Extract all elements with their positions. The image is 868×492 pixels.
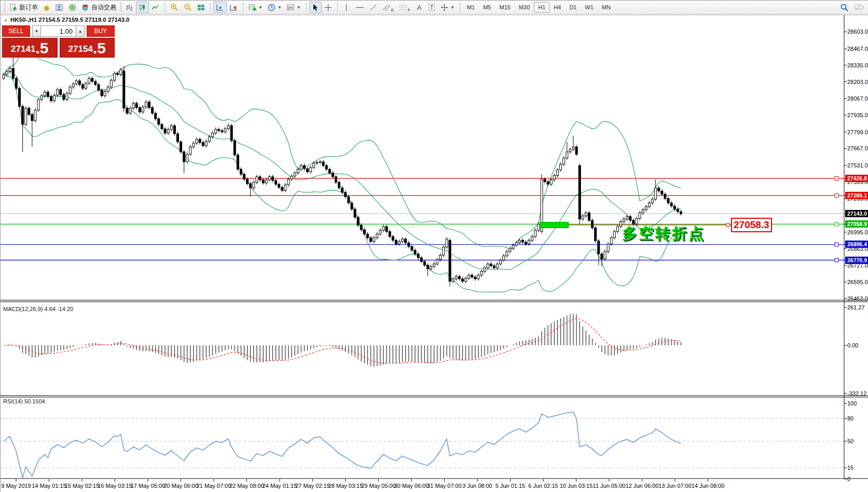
one-click-trading-panel: SELL ▼ 1.00 ▲ BUY 27141.5 27154.5 — [2, 25, 115, 58]
time-axis-label: 22 May 08:00 — [229, 483, 264, 489]
chart-window: ▲ HK50-,H1 27154.5 27159.5 27119.0 27143… — [1, 15, 868, 492]
macd-axis-label: 261.27 — [847, 304, 865, 311]
price-level-chip: 26770.9 — [845, 257, 868, 264]
price-axis-label: 27935.0 — [847, 112, 868, 118]
price-axis-label: 26463.0 — [847, 296, 868, 302]
time-axis-label: 16 May 03:15 — [98, 483, 132, 489]
time-axis-label: 28 May 03:15 — [328, 483, 363, 489]
price-level-chip: 27289.1 — [845, 192, 868, 199]
volume-increase-button[interactable]: ▲ — [76, 25, 85, 37]
buy-price-display[interactable]: 27154.5 — [60, 38, 115, 58]
price-axis-label: 27667.0 — [847, 145, 868, 151]
buy-button[interactable]: BUY — [87, 25, 115, 37]
rsi-axis-label: 100 — [847, 400, 857, 406]
sell-price: 27141 — [11, 43, 35, 56]
time-axis-label: 14 May 01:15 — [32, 483, 66, 489]
chart-canvas[interactable] — [1, 1, 868, 492]
price-axis-label: 26595.0 — [847, 279, 868, 285]
time-axis-label: 13 Jun 07:00 — [658, 483, 692, 489]
time-axis-label: 21 May 07:00 — [197, 483, 231, 489]
time-axis-label: 3 Jun 08:00 — [462, 483, 492, 489]
volume-input[interactable]: 1.00 — [41, 25, 76, 37]
price-level-chip: 27143.0 — [845, 210, 868, 217]
price-axis-label: 27531.0 — [847, 162, 868, 168]
turning-point-annotation: 多空转折点 — [622, 223, 705, 244]
macd-axis-label: 0.00 — [847, 342, 858, 348]
chart-title: ▲ HK50-,H1 27154.5 27159.5 27119.0 27143… — [4, 17, 129, 23]
time-axis-label: 10 Jun 03:15 — [560, 483, 593, 489]
buy-price: 27154 — [68, 43, 93, 56]
time-axis-label: 14 Jun 08:00 — [692, 483, 725, 489]
symbol-arrow-icon: ▲ — [4, 18, 8, 22]
time-axis-label: 12 Jun 06:00 — [626, 483, 659, 489]
rsi-indicator-label: RSI(14) 50.1504 — [3, 398, 45, 404]
price-axis-label: 26995.0 — [847, 229, 868, 235]
macd-indicator-label: MACD(12,26,9) 4.64 -14.20 — [3, 306, 73, 312]
price-level-chip: 27426.8 — [845, 175, 868, 182]
price-axis-label: 28467.0 — [847, 46, 868, 52]
sell-button[interactable]: SELL — [2, 25, 30, 37]
time-axis-label: 27 May 02:15 — [295, 483, 330, 489]
time-axis-label: 20 May 06:00 — [163, 483, 198, 489]
price-level-chip: 27058.9 — [845, 220, 868, 228]
price-axis-label: 27799.0 — [847, 129, 868, 135]
price-axis-label: 28067.0 — [847, 95, 868, 102]
time-axis-label: 29 May 05:00 — [361, 483, 396, 489]
buy-price-frac: .5 — [93, 40, 106, 56]
price-level-chip: 26896.4 — [845, 241, 868, 248]
time-axis-label: 30 May 06:00 — [394, 483, 429, 489]
rsi-axis-label: 80 — [847, 415, 853, 421]
terminal-window: 新订单 ◆ 自动交易 — [0, 0, 868, 492]
price-callout-label: 27058.3 — [731, 218, 772, 232]
rsi-axis-label: 15 — [847, 465, 853, 471]
time-axis-label: 24 May 01:15 — [263, 483, 297, 489]
time-axis-label: 15 May 02:15 — [65, 483, 100, 489]
price-axis-label: 28603.0 — [847, 29, 868, 35]
time-axis-label: 5 Jun 01:15 — [495, 483, 526, 489]
volume-decrease-button[interactable]: ▼ — [32, 25, 41, 37]
time-axis-label: 31 May 07:00 — [427, 483, 462, 489]
time-axis-label: 9 May 2019 — [1, 483, 31, 489]
macd-axis-label: -332.12 — [847, 390, 866, 397]
sell-price-frac: .5 — [35, 40, 48, 56]
price-axis-label: 28203.0 — [847, 79, 868, 85]
rsi-axis-label: 0 — [847, 476, 850, 482]
price-axis-label: 28335.0 — [847, 62, 868, 68]
time-axis-label: 6 Jun 02:15 — [528, 483, 558, 489]
time-axis-label: 17 May 05:00 — [131, 483, 166, 489]
time-axis-label: 11 Jun 05:00 — [593, 483, 626, 489]
rsi-axis-label: 50 — [847, 438, 853, 444]
sell-price-display[interactable]: 27141.5 — [2, 38, 58, 58]
